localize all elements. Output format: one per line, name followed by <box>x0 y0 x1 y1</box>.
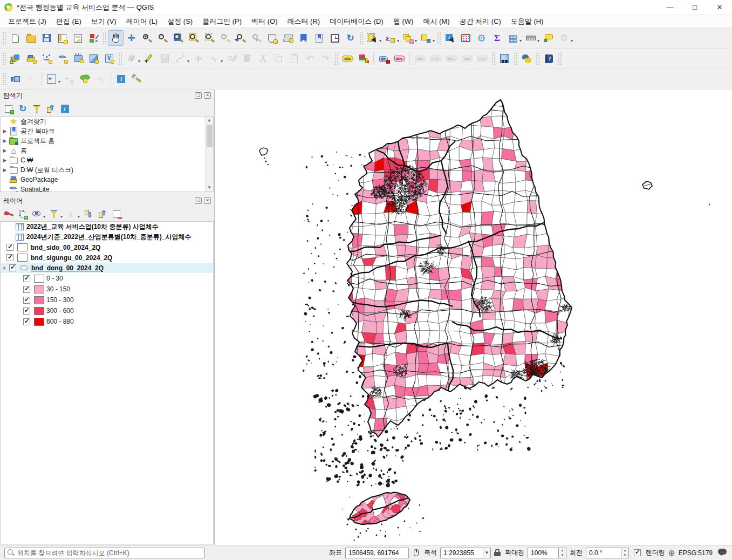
layer-labeling-options-button[interactable]: abc <box>340 51 355 66</box>
new-map-view-button[interactable] <box>264 30 280 46</box>
expander-icon[interactable]: ▶ <box>1 148 9 153</box>
select-features-button[interactable] <box>365 30 380 46</box>
filter-legend-dropdown-icon[interactable]: ▾ <box>60 214 63 219</box>
menu-item-9[interactable]: 웹 (W) <box>388 15 419 28</box>
layer-diagram-options-button[interactable] <box>355 51 371 66</box>
menu-item-5[interactable]: 플러그인 (P) <box>197 15 247 28</box>
coordinate-value[interactable]: 1506459, 691764 <box>345 548 409 558</box>
open-project-button[interactable] <box>23 30 39 46</box>
scale-dropdown-icon[interactable]: ▼ <box>483 548 491 558</box>
scroll-up-icon[interactable]: ▲ <box>207 117 211 124</box>
show-spatial-bookmarks-button[interactable] <box>311 30 327 46</box>
scale-value[interactable]: 1:2923855 <box>440 548 483 558</box>
menu-item-10[interactable]: 메시 (M) <box>418 15 454 28</box>
menu-item-0[interactable]: 프로젝트 (J) <box>3 15 51 28</box>
filter-by-expression-dropdown-icon[interactable]: ▾ <box>78 214 80 219</box>
expand-all-button[interactable]: ⇩ <box>82 208 95 221</box>
legend-class-0[interactable]: 0 - 30 <box>1 273 213 284</box>
magnifier-spinner[interactable]: ▲▼ <box>559 548 566 558</box>
new-virtual-layer-button[interactable]: V <box>101 51 117 66</box>
layer-row-0[interactable]: 2022년_교육 서비스업(10차 중분류) 사업체수 <box>1 222 213 232</box>
pan-to-selection-button[interactable]: ✛ <box>124 30 139 46</box>
select-by-expression-button[interactable]: ε <box>382 30 398 46</box>
browser-item-5[interactable]: ▶D:₩ (로컬 디스크) <box>1 165 213 175</box>
rotation-spinner[interactable]: ▲▼ <box>621 548 629 558</box>
scroll-thumb[interactable] <box>207 125 213 147</box>
select-by-location-button[interactable] <box>418 30 434 46</box>
new-mesh-layer-button[interactable] <box>86 51 101 66</box>
zoom-in-button[interactable]: + <box>139 30 155 46</box>
browser-item-4[interactable]: ▶C:₩ <box>1 155 213 165</box>
mouse-tracking-icon[interactable] <box>412 549 421 557</box>
rendering-checkbox[interactable] <box>634 549 641 556</box>
layer-visibility-checkbox[interactable] <box>9 264 16 271</box>
zoom-to-feature-button[interactable]: ⌖ <box>44 71 59 87</box>
layers-float-icon[interactable]: ❏ <box>195 197 202 204</box>
new-spatialite-layer-button[interactable] <box>54 51 70 66</box>
identify-features-button[interactable]: i <box>442 30 458 46</box>
new-spatial-bookmark-button[interactable] <box>296 30 311 46</box>
statistical-summary-button[interactable] <box>458 30 474 46</box>
legend-class-checkbox[interactable] <box>23 318 30 325</box>
open-data-source-manager-button[interactable]: + <box>8 51 23 66</box>
menu-item-4[interactable]: 설정 (S) <box>162 15 197 28</box>
legend-class-checkbox[interactable] <box>23 297 30 304</box>
collapse-all-button[interactable]: ⇧ <box>96 208 109 221</box>
show-layout-manager-button[interactable] <box>70 30 86 46</box>
browser-float-icon[interactable]: ❏ <box>195 92 202 99</box>
metasearch-button[interactable] <box>497 51 512 66</box>
layer-visibility-checkbox[interactable] <box>6 244 13 251</box>
locator-search[interactable] <box>4 548 205 558</box>
add-group-button[interactable]: + <box>16 208 29 221</box>
pan-map-button[interactable] <box>108 30 124 46</box>
deselect-features-button[interactable]: ⊘ <box>400 30 416 46</box>
menu-item-8[interactable]: 데이터베이스 (D) <box>325 15 388 28</box>
measure-line-button[interactable] <box>523 30 538 46</box>
legend-class-3[interactable]: 300 - 600 <box>1 305 213 316</box>
lock-scale-icon[interactable] <box>494 549 502 557</box>
collapse-all-browser-button[interactable]: ⇧ <box>44 103 57 115</box>
show-statistics-button[interactable]: Σ <box>489 30 505 46</box>
messages-icon[interactable]: ··· <box>718 549 728 557</box>
zoom-full-extent-button[interactable] <box>170 30 186 46</box>
legend-class-checkbox[interactable] <box>23 308 30 315</box>
maximize-button[interactable]: □ <box>682 0 707 15</box>
layer-row-3[interactable]: bnd_sigungu_00_2024_2Q <box>1 252 213 263</box>
new-annotation-button[interactable] <box>77 71 93 87</box>
manage-map-themes-button[interactable] <box>30 208 43 221</box>
browser-item-7[interactable]: SpatiaLite <box>1 185 213 192</box>
layers-close-icon[interactable]: ✕ <box>204 197 211 204</box>
map-canvas[interactable] <box>215 90 732 545</box>
crs-value[interactable]: EPSG:5179 <box>679 549 713 557</box>
filter-browser-button[interactable] <box>30 103 43 115</box>
zoom-last-button[interactable]: ◀ <box>233 30 249 46</box>
enable-properties-widget-button[interactable]: i <box>58 103 71 115</box>
style-manager-button[interactable]: a <box>86 30 101 46</box>
legend-class-checkbox[interactable] <box>23 286 30 293</box>
manage-map-themes-dropdown-icon[interactable]: ▾ <box>43 214 45 219</box>
pin-unpin-labels-button[interactable]: ab <box>376 51 392 66</box>
open-layer-styling-button[interactable] <box>2 208 15 221</box>
zoom-out-button[interactable]: − <box>155 30 170 46</box>
legend-class-1[interactable]: 30 - 150 <box>1 284 213 295</box>
close-button[interactable]: ✕ <box>707 0 732 15</box>
gps-information-button[interactable] <box>8 71 23 87</box>
new-geopackage-layer-button[interactable] <box>23 51 39 66</box>
expander-icon[interactable]: ▶ <box>1 128 9 134</box>
processing-toolbox-button[interactable]: ⚙ <box>474 30 489 46</box>
highlight-pinned-labels-button[interactable]: abc <box>392 51 407 66</box>
layer-row-1[interactable]: 2024년기준_2022년_산업분류별(10차_중분류)_사업체수 <box>1 232 213 242</box>
refresh-map-button[interactable]: ↻ <box>343 30 358 46</box>
expander-icon[interactable]: ▶ <box>1 158 9 163</box>
locator-input[interactable] <box>17 549 202 557</box>
temporal-controller-button[interactable] <box>327 30 343 46</box>
new-print-layout-button[interactable] <box>54 30 70 46</box>
menu-item-3[interactable]: 레이어 (L) <box>121 15 163 28</box>
browser-item-3[interactable]: ▶⌂홈 <box>1 146 213 155</box>
scroll-down-icon[interactable]: ▼ <box>207 184 211 192</box>
new-shapefile-layer-button[interactable] <box>39 51 54 66</box>
browser-item-6[interactable]: GeoPackage <box>1 175 213 185</box>
browser-item-2[interactable]: ▶프로젝트 홈 <box>1 136 213 146</box>
open-attribute-table-button[interactable]: ▦ <box>505 30 521 46</box>
help-contents-button[interactable]: ? <box>541 51 557 66</box>
